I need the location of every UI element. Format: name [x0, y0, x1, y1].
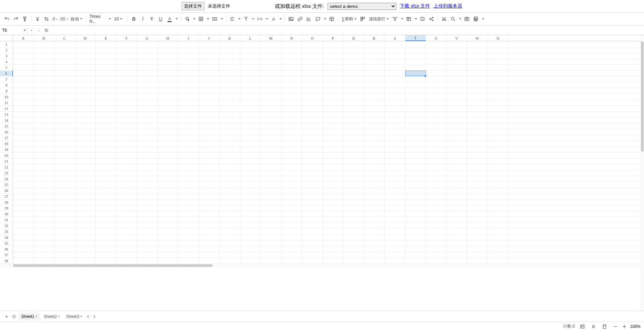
cell[interactable] [261, 240, 281, 246]
cell[interactable] [488, 217, 508, 223]
cell[interactable] [405, 53, 426, 59]
cell[interactable] [426, 194, 447, 199]
cell[interactable] [488, 123, 508, 129]
cell[interactable] [13, 205, 34, 211]
cell[interactable] [34, 123, 54, 129]
cell[interactable] [447, 82, 467, 88]
cell[interactable] [75, 76, 96, 82]
cell[interactable] [488, 223, 508, 228]
cell[interactable] [240, 176, 261, 182]
choose-file-button[interactable]: 选择文件 [182, 2, 204, 10]
cell[interactable] [137, 106, 158, 111]
cell[interactable] [158, 235, 178, 240]
cell[interactable] [178, 47, 199, 53]
cell[interactable] [75, 41, 96, 47]
cell[interactable] [385, 158, 405, 164]
filter-button[interactable] [391, 15, 399, 23]
cell[interactable] [364, 164, 385, 170]
cell[interactable] [261, 188, 281, 193]
cell[interactable] [467, 65, 488, 70]
cell[interactable] [405, 182, 426, 187]
cell[interactable] [385, 112, 405, 117]
column-header-C[interactable]: C [54, 35, 75, 41]
cell[interactable] [75, 246, 96, 252]
cell[interactable] [178, 117, 199, 123]
cell[interactable] [281, 182, 302, 187]
cell[interactable] [219, 141, 240, 146]
cell[interactable] [281, 240, 302, 246]
cell[interactable] [199, 117, 219, 123]
cell[interactable] [75, 205, 96, 211]
cell[interactable] [116, 65, 137, 70]
cell[interactable] [426, 153, 447, 158]
cell[interactable] [54, 117, 75, 123]
cell[interactable] [323, 76, 343, 82]
cell[interactable] [343, 252, 364, 258]
cell[interactable] [385, 223, 405, 228]
cell[interactable] [281, 223, 302, 228]
cell[interactable] [405, 258, 426, 264]
cell[interactable] [426, 164, 447, 170]
cell[interactable] [240, 170, 261, 176]
cell[interactable] [343, 217, 364, 223]
cell[interactable] [405, 88, 426, 94]
cell[interactable] [158, 194, 178, 199]
cell[interactable] [158, 123, 178, 129]
cell[interactable] [467, 82, 488, 88]
cell[interactable] [405, 65, 426, 70]
decrease-decimal-button[interactable]: .0← [51, 15, 60, 23]
cell[interactable] [34, 153, 54, 158]
cell[interactable] [219, 65, 240, 70]
cell[interactable] [343, 88, 364, 94]
cell[interactable] [199, 158, 219, 164]
cell[interactable] [34, 211, 54, 217]
cell[interactable] [240, 182, 261, 187]
cell[interactable] [364, 188, 385, 193]
cell[interactable] [34, 94, 54, 100]
cell[interactable] [158, 182, 178, 187]
cell[interactable] [261, 129, 281, 135]
cell[interactable] [488, 205, 508, 211]
cell[interactable] [158, 100, 178, 105]
cell[interactable] [240, 47, 261, 53]
cell[interactable] [219, 205, 240, 211]
cell[interactable] [178, 199, 199, 205]
cell[interactable] [219, 252, 240, 258]
cell[interactable] [199, 182, 219, 187]
cell[interactable] [13, 199, 34, 205]
cell[interactable] [343, 100, 364, 105]
cell[interactable] [343, 182, 364, 187]
cell[interactable] [467, 117, 488, 123]
cell[interactable] [137, 258, 158, 264]
fill-color-dropdown[interactable] [192, 15, 196, 23]
cell[interactable] [34, 106, 54, 111]
cell[interactable] [261, 194, 281, 199]
cell[interactable] [447, 94, 467, 100]
cell[interactable] [364, 41, 385, 47]
cell[interactable] [343, 141, 364, 146]
column-header-J[interactable]: J [199, 35, 219, 41]
cell[interactable] [343, 205, 364, 211]
cell[interactable] [488, 65, 508, 70]
cell[interactable] [137, 76, 158, 82]
cell[interactable] [281, 147, 302, 152]
cell[interactable] [302, 65, 323, 70]
cell[interactable] [137, 223, 158, 228]
cell[interactable] [447, 123, 467, 129]
cell[interactable] [343, 53, 364, 59]
cell[interactable] [178, 135, 199, 141]
chevron-down-icon[interactable] [58, 316, 60, 317]
cell[interactable] [13, 211, 34, 217]
row-header-26[interactable]: 26 [0, 188, 13, 193]
cell[interactable] [199, 205, 219, 211]
cell[interactable] [488, 188, 508, 193]
cell[interactable] [302, 106, 323, 111]
cell[interactable] [426, 59, 447, 64]
row-header-9[interactable]: 9 [0, 88, 13, 94]
cell[interactable] [405, 158, 426, 164]
cell[interactable] [261, 106, 281, 111]
cell[interactable] [281, 170, 302, 176]
cell[interactable] [178, 229, 199, 234]
cell[interactable] [323, 123, 343, 129]
cell[interactable] [488, 176, 508, 182]
